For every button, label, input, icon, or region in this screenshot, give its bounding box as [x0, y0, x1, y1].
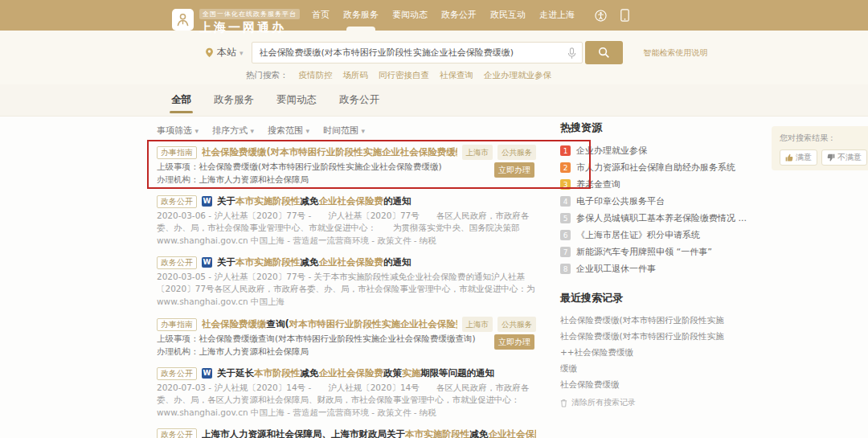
filter-2[interactable]: 搜索范围 ▾	[268, 125, 309, 137]
chevron-down-icon: ▾	[240, 49, 244, 57]
hot-term-0[interactable]: 疫情防控	[299, 70, 333, 81]
word-doc-icon: W	[202, 196, 212, 207]
result-title-link[interactable]: 社会保险费缓缴(对本市特困行业阶段性实施企业社会保险费缓缴)	[202, 145, 457, 159]
smart-search-help-link[interactable]: 智能检索使用说明	[644, 47, 708, 59]
nav-item-1[interactable]: 政务服务	[343, 0, 379, 31]
filter-0[interactable]: 事项筛选 ▾	[157, 125, 199, 137]
result-title-link[interactable]: 社会保险费缓缴查询(对本市特困行业阶段性实施企业社会保险费缓缴...	[202, 317, 457, 331]
result-title-link[interactable]: 关于延长本市阶段性减免企业社会保险费政策实施期限等问题的通知	[217, 366, 494, 380]
hot-resource-item-6[interactable]: 7新能源汽车专用牌照申领 “一件事”	[560, 244, 773, 260]
action-button[interactable]: 立即办理	[494, 334, 534, 350]
hot-resources-title: 热搜资源	[560, 121, 773, 135]
hot-resource-item-5[interactable]: 6《上海市居住证》积分申请系统	[560, 227, 773, 244]
header: 全国一体化在线政务服务平台 上海一网通办 首页政务服务要闻动态政务公开政民互动走…	[0, 0, 868, 31]
result-field: 办理机构：上海市人力资源和社会保障局	[157, 173, 536, 186]
hot-resource-item-1[interactable]: 2市人力资源和社会保障自助经办服务系统	[560, 159, 773, 176]
search-input[interactable]	[252, 47, 582, 58]
recent-search-item-0[interactable]: 社会保险费缓缴(对本市特困行业阶段性实施	[560, 312, 773, 328]
result-item-5: 政务公开上海市人力资源和社会保障局、上海市财政局关于本市实施阶段性减免企业社会保…	[157, 428, 536, 438]
recent-searches-list: 社会保险费缓缴(对本市特困行业阶段性实施社会保险费缓缴(对本市特困行业阶段性实施…	[560, 312, 773, 392]
sidebar: 热搜资源 1企业办理就业参保2市人力资源和社会保障自助经办服务系统3养老金查询4…	[560, 121, 773, 408]
tab-1[interactable]: 政务服务	[214, 84, 254, 117]
result-snippet: 2020-07-03 - 沪人社规〔2020〕14号 - 沪人社规〔2020〕1…	[157, 382, 536, 406]
result-url: www.shanghai.gov.cn 中国上海	[157, 297, 536, 308]
rank-badge: 7	[560, 247, 571, 257]
filter-1[interactable]: 排序方式 ▾	[212, 125, 254, 137]
hot-resource-item-2[interactable]: 3养老金查询	[560, 176, 773, 193]
result-type-tag: 政务公开	[157, 195, 197, 208]
thumb-down-icon	[827, 154, 835, 162]
nav-item-0[interactable]: 首页	[312, 0, 330, 31]
site-logo[interactable]: 全国一体化在线政务服务平台 上海一网通办	[172, 4, 300, 35]
accessibility-icon[interactable]	[595, 10, 607, 22]
filter-3[interactable]: 时间范围 ▾	[323, 125, 365, 137]
clear-search-history[interactable]: 清除所有搜索记录	[560, 397, 773, 408]
result-item-1: 政务公开W关于本市实施阶段性减免企业社会保险费的通知2020-03-06 - 沪…	[157, 194, 536, 247]
result-type-tag: 政务公开	[157, 428, 197, 438]
action-button[interactable]: 立即办理	[494, 162, 534, 178]
hot-search-row: 热门搜索： 疫情防控场所码同行密接自查社保查询企业办理就业参保	[0, 70, 868, 81]
search-icon	[598, 47, 610, 59]
chevron-down-icon: ▾	[362, 127, 366, 135]
chevron-down-icon: ▾	[195, 127, 199, 135]
recent-searches-title: 最近搜索记录	[560, 291, 773, 305]
result-snippet: 2020-03-06 - 沪人社基〔2020〕77号 - 沪人社基〔2020〕7…	[157, 210, 536, 234]
header-nav: 首页政务服务要闻动态政务公开政民互动走进上海	[312, 0, 575, 31]
hot-term-4[interactable]: 企业办理就业参保	[484, 70, 551, 81]
rank-badge: 8	[560, 264, 571, 274]
result-field: 上级事项：社会保险费缓缴(对本市特困行业阶段性实施企业社会保险费缓缴)	[157, 160, 536, 173]
nav-item-5[interactable]: 走进上海	[539, 0, 575, 31]
recent-search-item-1[interactable]: 社会保险费缓缴(对本市特困行业阶段性实施	[560, 328, 773, 344]
microphone-icon[interactable]	[567, 47, 576, 63]
result-type-tag: 办事指南	[157, 146, 197, 159]
result-item-2: 政务公开W关于本市实施阶段性减免企业社会保险费的通知2020-03-05 - 沪…	[157, 256, 536, 308]
hot-search-label: 热门搜索：	[246, 70, 289, 81]
tab-0[interactable]: 全部	[171, 84, 191, 117]
rank-badge: 2	[560, 162, 571, 173]
hot-resource-item-0[interactable]: 1企业办理就业参保	[560, 142, 773, 159]
recent-search-item-2[interactable]: ++社会保险费缓缴	[560, 344, 773, 360]
result-type-tag: 政务公开	[157, 367, 197, 380]
tab-3[interactable]: 政务公开	[339, 84, 379, 117]
recent-search-item-3[interactable]: 缓缴	[560, 360, 773, 376]
chevron-down-icon: ▾	[251, 127, 255, 135]
filters-row: 事项筛选 ▾排序方式 ▾搜索范围 ▾时间范围 ▾	[157, 125, 536, 137]
feedback-like-button[interactable]: 满意	[780, 149, 817, 166]
result-badge: 公共服务	[497, 145, 536, 160]
hot-term-1[interactable]: 场所码	[343, 70, 369, 81]
word-doc-icon: W	[202, 257, 212, 268]
result-title-link[interactable]: 上海市人力资源和社会保障局、上海市财政局关于本市实施阶段性减免企业社会保险费的.…	[202, 428, 536, 438]
hot-resource-item-4[interactable]: 5参保人员城镇职工基本养老保险缴费情况 ...	[560, 210, 773, 227]
logo-person-icon	[172, 9, 194, 31]
nav-item-4[interactable]: 政民互动	[490, 0, 526, 31]
result-field: 办理机构：上海市人力资源和社会保障局	[157, 345, 536, 358]
rank-badge: 3	[560, 179, 571, 190]
result-url: www.shanghai.gov.cn 中国上海 - 营造超一流营商环境 - 政…	[157, 407, 536, 419]
result-field: 上级事项：社会保险费缓缴查询(对本市特困行业阶段性实施企业社会保险费缓缴查询)	[157, 332, 536, 345]
search-scope-selector[interactable]: 本站 ▾	[205, 46, 244, 59]
hot-resources-list: 1企业办理就业参保2市人力资源和社会保障自助经办服务系统3养老金查询4电子印章公…	[560, 142, 773, 277]
thumb-up-icon	[785, 154, 793, 162]
rank-badge: 1	[560, 145, 571, 156]
nav-item-3[interactable]: 政务公开	[441, 0, 477, 31]
platform-badge: 全国一体化在线政务服务平台	[199, 9, 300, 19]
hot-term-2[interactable]: 同行密接自查	[379, 70, 429, 81]
result-badge: 上海市	[462, 317, 493, 332]
result-title-link[interactable]: 关于本市实施阶段性减免企业社会保险费的通知	[217, 256, 411, 269]
mobile-icon[interactable]	[620, 9, 629, 22]
result-item-0: 办事指南社会保险费缓缴(对本市特困行业阶段性实施企业社会保险费缓缴)上海市公共服…	[157, 145, 536, 186]
hot-resource-item-7[interactable]: 8企业职工退休一件事	[560, 260, 773, 277]
location-pin-icon	[205, 47, 214, 58]
word-doc-icon: W	[202, 368, 212, 379]
result-tabs: 全部政务服务要闻动态政务公开	[0, 84, 868, 117]
feedback-dislike-button[interactable]: 不满意	[821, 149, 867, 166]
recent-search-item-4[interactable]: 社会保险费缓缴	[560, 376, 773, 392]
result-tabs-band: 全部政务服务要闻动态政务公开	[0, 84, 868, 117]
search-button[interactable]	[585, 41, 623, 64]
hot-term-3[interactable]: 社保查询	[440, 70, 473, 81]
tab-2[interactable]: 要闻动态	[276, 84, 317, 117]
rank-badge: 4	[560, 196, 571, 207]
hot-resource-item-3[interactable]: 4电子印章公共服务平台	[560, 193, 773, 210]
nav-item-2[interactable]: 要闻动态	[392, 0, 428, 31]
result-title-link[interactable]: 关于本市实施阶段性减免企业社会保险费的通知	[217, 194, 411, 208]
